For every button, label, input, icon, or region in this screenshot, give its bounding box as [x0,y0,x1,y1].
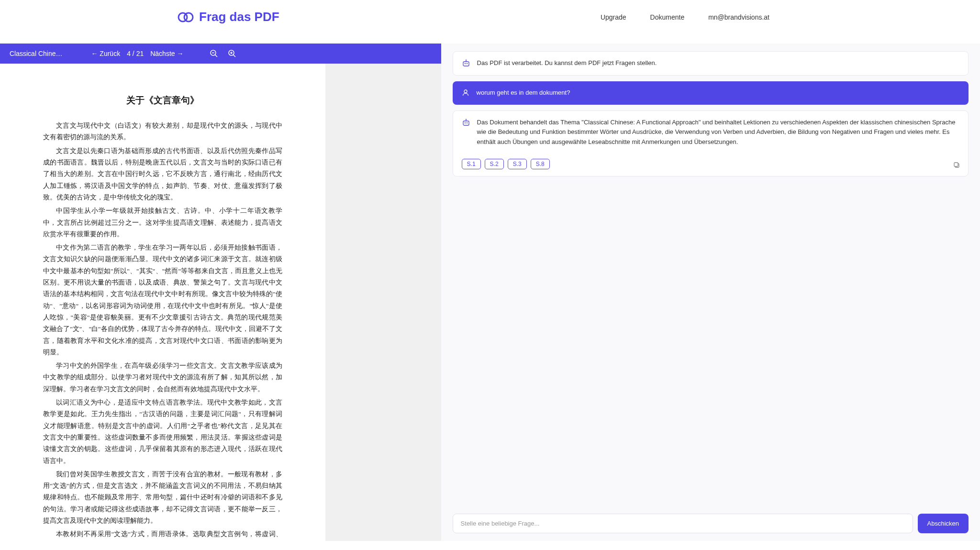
response-message: Das Dokument behandelt das Thema "Classi… [453,110,969,176]
nav-upgrade[interactable]: Upgrade [601,13,626,21]
logo-icon [177,11,194,24]
chat-panel: Das PDF ist verarbeitet. Du kannst dem P… [441,44,980,541]
pdf-nav: ← Zurück 4 / 21 Nächste → [91,50,183,57]
nav-back-button[interactable]: ← Zurück [91,50,120,57]
chat-input-row: Abschicken [453,514,969,533]
user-icon [461,88,470,97]
svg-rect-18 [465,122,466,123]
copy-icon[interactable] [953,161,960,170]
robot-icon [462,118,470,127]
page-indicator: 4 / 21 [127,50,144,57]
nav-user-email[interactable]: mn@brandvisions.at [708,13,769,21]
pdf-paragraph: 文言文与现代中文（白话文）有较大差别，却是现代中文的源头，与现代中文有着密切的源… [43,120,282,143]
page-ref[interactable]: S.2 [485,159,504,169]
svg-rect-15 [463,121,469,125]
svg-rect-13 [467,63,468,64]
chat-input[interactable] [453,514,913,533]
zoom-out-icon[interactable] [210,49,218,58]
user-message-text: worum geht es in dem dokument? [477,88,960,98]
logo[interactable]: Frag das PDF [177,10,279,24]
zoom-in-icon[interactable] [228,49,236,58]
chat-messages: Das PDF ist verarbeitet. Du kannst dem P… [453,51,969,506]
system-message: Das PDF ist verarbeitet. Du kannst dem P… [453,51,969,76]
submit-button[interactable]: Abschicken [918,514,969,533]
svg-rect-19 [467,122,468,123]
robot-icon [462,59,470,67]
pdf-paragraph: 以词汇语义为中心，是适应中文特点语言教学法。现代中文教学如此，文言教学更是如此。… [43,397,282,467]
pdf-paragraph: 学习中文的外国学生，在高年级必须学习一些文言文。文言文教学应该成为中文教学的组成… [43,360,282,395]
app-header: Frag das PDF Upgrade Dokumente mn@brandv… [0,0,980,34]
pdf-page: 关于《文言章句》 文言文与现代中文（白话文）有较大差别，却是现代中文的源头，与现… [0,64,325,541]
zoom-controls [210,49,236,58]
pdf-toolbar: Classical Chine… ← Zurück 4 / 21 Nächste… [0,44,441,64]
page-ref[interactable]: S.1 [462,159,481,169]
svg-line-6 [234,55,236,57]
page-ref[interactable]: S.8 [531,159,550,169]
svg-point-11 [466,60,467,61]
pdf-paragraph: 本教材则不再采用"文选"方式，而用语录体。选取典型文言例句，将虚词、固定格式、特… [43,528,282,541]
svg-point-1 [184,13,193,22]
response-message-text: Das Dokument behandelt das Thema "Classi… [477,118,959,147]
main-container: Classical Chine… ← Zurück 4 / 21 Nächste… [0,44,980,541]
user-message: worum geht es in dem dokument? [453,81,969,105]
nav-documents[interactable]: Dokumente [650,13,685,21]
page-ref[interactable]: S.3 [508,159,527,169]
svg-line-3 [215,55,218,57]
page-refs: S.1 S.2 S.3 S.8 [462,159,550,169]
system-message-text: Das PDF ist verarbeitet. Du kannst dem P… [477,58,959,68]
svg-rect-9 [463,62,469,66]
pdf-paragraph: 文言文是以先秦口语为基础而形成的古代书面语、以及后代仿照先秦作品写成的书面语言。… [43,145,282,203]
pdf-paragraph: 中文作为第二语言的教学，学生在学习一两年以后，必须开始接触书面语，文言文知识欠缺… [43,242,282,358]
svg-point-14 [464,90,467,93]
nav-links: Upgrade Dokumente mn@brandvisions.at [601,13,951,21]
pdf-paragraph: 我们曾对美国学生教授文言文，而苦于没有合宜的教材。一般现有教材，多用"文选"的方… [43,469,282,527]
svg-rect-12 [465,63,466,64]
nav-next-button[interactable]: Nächste → [150,50,183,57]
pdf-content[interactable]: 关于《文言章句》 文言文与现代中文（白话文）有较大差别，却是现代中文的源头，与现… [0,64,441,541]
pdf-paragraph: 中国学生从小学一年级就开始接触古文、古诗。中、小学十二年语文教学中，文言所占比例… [43,205,282,240]
svg-point-17 [466,119,467,120]
pdf-title: Classical Chine… [10,50,62,57]
brand-name: Frag das PDF [199,10,279,24]
pdf-page-title: 关于《文言章句》 [43,92,282,109]
pdf-panel: Classical Chine… ← Zurück 4 / 21 Nächste… [0,44,441,541]
svg-rect-21 [954,163,958,166]
